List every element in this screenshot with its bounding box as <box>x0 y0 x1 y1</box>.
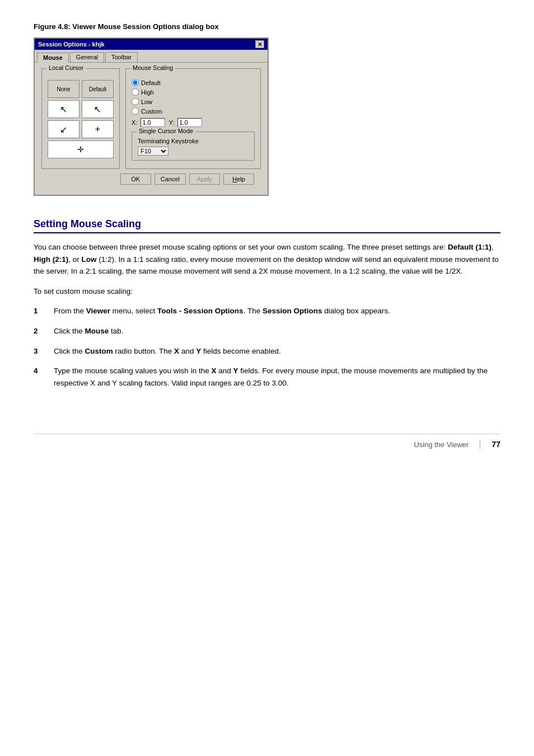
step-1-num: 1 <box>34 305 43 317</box>
radio-low[interactable] <box>132 98 139 105</box>
step-2-content: Click the Mouse tab. <box>54 325 500 337</box>
y-label: Y: <box>168 119 174 126</box>
cursor-arrow-right-icon[interactable]: ↗ <box>82 100 114 118</box>
step-3-content: Click the Custom radio button. The X and… <box>54 345 500 358</box>
dialog-titlebar: Session Options - khjk ✕ <box>35 39 268 50</box>
radio-high[interactable] <box>132 88 139 96</box>
single-cursor-mode-group: Single Cursor Mode Terminating Keystroke… <box>132 132 255 161</box>
cursor-crosshair-row[interactable]: ✛ <box>48 140 114 158</box>
step-4-num: 4 <box>34 365 43 389</box>
step-1-content: From the Viewer menu, select Tools - Ses… <box>54 305 500 317</box>
dialog-close-button[interactable]: ✕ <box>255 40 264 48</box>
radio-high-label: High <box>141 89 154 96</box>
footer-text: Using the Viewer <box>414 440 469 449</box>
cursor-arrow-right-symbol: ↗ <box>94 104 101 115</box>
cancel-button[interactable]: Cancel <box>154 173 186 185</box>
tab-mouse[interactable]: Mouse <box>37 53 69 63</box>
dialog-title: Session Options - khjk <box>38 41 105 48</box>
mouse-scaling-title: Mouse Scaling <box>130 64 175 71</box>
tab-toolbar[interactable]: Toolbar <box>105 52 138 62</box>
radio-custom-label: Custom <box>141 108 162 115</box>
help-button[interactable]: Help <box>223 173 254 185</box>
x-label: X: <box>132 119 137 126</box>
dialog-tabs: Mouse General Toolbar <box>35 50 268 63</box>
paragraph-2: To set custom mouse scaling: <box>34 285 500 298</box>
radio-low-label: Low <box>141 98 152 105</box>
cursor-arrow-down-symbol: ↙ <box>60 124 67 135</box>
page-footer: Using the Viewer 77 <box>34 434 500 449</box>
cursor-plus-symbol: + <box>95 124 100 134</box>
y-input[interactable] <box>177 118 202 127</box>
step-2-num: 2 <box>34 325 43 337</box>
figure-caption: Figure 4.8: Viewer Mouse Session Options… <box>34 22 500 31</box>
radio-default-label: Default <box>141 79 161 86</box>
dialog-content: Local Cursor None Default ↖ ↗ ↙ + <box>35 63 268 195</box>
ok-button[interactable]: OK <box>120 173 151 185</box>
steps-list: 1 From the Viewer menu, select Tools - S… <box>34 305 500 389</box>
cursor-crosshair-symbol: ✛ <box>77 145 84 154</box>
radio-default[interactable] <box>132 79 139 86</box>
apply-button[interactable]: Apply <box>189 173 220 185</box>
step-4-content: Type the mouse scaling values you wish i… <box>54 365 500 389</box>
dialog-box: Session Options - khjk ✕ Mouse General T… <box>34 37 269 196</box>
keystroke-select[interactable]: F10 F11 F12 <box>138 147 168 156</box>
radio-custom[interactable] <box>132 107 139 115</box>
local-cursor-group: Local Cursor None Default ↖ ↗ ↙ + <box>41 68 120 169</box>
cursor-arrow-icon[interactable]: ↖ <box>48 100 79 118</box>
cursor-arrow-symbol: ↖ <box>60 104 67 115</box>
local-cursor-title: Local Cursor <box>46 64 86 71</box>
step-2: 2 Click the Mouse tab. <box>34 325 500 337</box>
footer-divider <box>480 440 480 449</box>
terminating-keystroke-label: Terminating Keystroke <box>138 138 249 144</box>
default-cursor-button[interactable]: Default <box>82 80 114 98</box>
step-4: 4 Type the mouse scaling values you wish… <box>34 365 500 389</box>
footer-page-number: 77 <box>491 440 500 449</box>
none-cursor-button[interactable]: None <box>48 80 79 98</box>
tab-general[interactable]: General <box>70 52 104 62</box>
single-cursor-mode-title: Single Cursor Mode <box>137 128 195 134</box>
cursor-plus-icon[interactable]: + <box>82 120 114 138</box>
mouse-scaling-group: Mouse Scaling Default High Low <box>125 68 261 169</box>
cursor-arrow-down-icon[interactable]: ↙ <box>48 120 79 138</box>
section-heading: Setting Mouse Scaling <box>34 218 500 233</box>
step-3-num: 3 <box>34 345 43 358</box>
step-1: 1 From the Viewer menu, select Tools - S… <box>34 305 500 317</box>
x-input[interactable] <box>140 118 165 127</box>
step-3: 3 Click the Custom radio button. The X a… <box>34 345 500 358</box>
paragraph-1: You can choose between three preset mous… <box>34 241 500 278</box>
